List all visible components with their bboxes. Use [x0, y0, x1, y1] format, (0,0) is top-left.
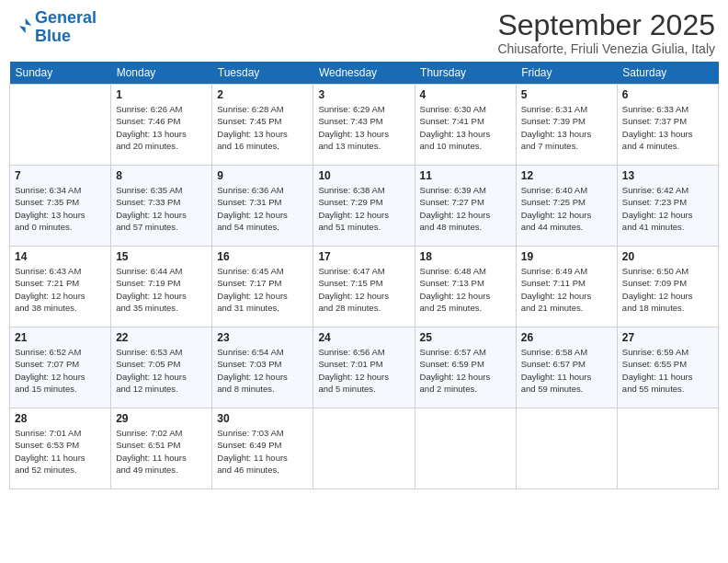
title-block: September 2025 Chiusaforte, Friuli Venez…: [497, 9, 715, 56]
day-info: Sunrise: 7:03 AMSunset: 6:49 PMDaylight:…: [217, 427, 308, 476]
location: Chiusaforte, Friuli Venezia Giulia, Ital…: [497, 41, 715, 56]
calendar-cell: 11Sunrise: 6:39 AMSunset: 7:27 PMDayligh…: [415, 166, 516, 247]
day-info: Sunrise: 6:42 AMSunset: 7:23 PMDaylight:…: [622, 184, 713, 233]
weekday-header-monday: Monday: [111, 62, 212, 85]
day-number: 7: [15, 169, 106, 182]
calendar-week-2: 7Sunrise: 6:34 AMSunset: 7:35 PMDaylight…: [10, 166, 719, 247]
day-info: Sunrise: 7:02 AMSunset: 6:51 PMDaylight:…: [116, 427, 207, 476]
calendar-cell: 21Sunrise: 6:52 AMSunset: 7:07 PMDayligh…: [10, 327, 111, 408]
day-info: Sunrise: 6:38 AMSunset: 7:29 PMDaylight:…: [318, 184, 409, 233]
day-info: Sunrise: 6:56 AMSunset: 7:01 PMDaylight:…: [318, 346, 409, 395]
day-info: Sunrise: 6:28 AMSunset: 7:45 PMDaylight:…: [217, 103, 308, 152]
day-info: Sunrise: 6:45 AMSunset: 7:17 PMDaylight:…: [217, 265, 308, 314]
calendar-cell: [617, 408, 718, 489]
calendar-cell: [313, 408, 415, 489]
day-number: 10: [318, 169, 409, 182]
calendar-cell: 23Sunrise: 6:54 AMSunset: 7:03 PMDayligh…: [212, 327, 313, 408]
day-number: 5: [521, 88, 612, 101]
calendar-cell: [516, 408, 617, 489]
day-number: 26: [521, 331, 612, 344]
day-info: Sunrise: 6:35 AMSunset: 7:33 PMDaylight:…: [116, 184, 207, 233]
svg-marker-0: [19, 17, 31, 33]
calendar-week-4: 21Sunrise: 6:52 AMSunset: 7:07 PMDayligh…: [10, 327, 719, 408]
weekday-header-friday: Friday: [516, 62, 617, 85]
day-number: 27: [622, 331, 713, 344]
day-info: Sunrise: 6:52 AMSunset: 7:07 PMDaylight:…: [15, 346, 106, 395]
logo-icon: [15, 17, 33, 35]
calendar-cell: 5Sunrise: 6:31 AMSunset: 7:39 PMDaylight…: [516, 85, 617, 166]
calendar-cell: 4Sunrise: 6:30 AMSunset: 7:41 PMDaylight…: [415, 85, 516, 166]
day-number: 29: [116, 412, 207, 425]
logo: GeneralBlue: [13, 9, 97, 46]
day-number: 21: [15, 331, 106, 344]
day-number: 15: [116, 250, 207, 263]
calendar-cell: 1Sunrise: 6:26 AMSunset: 7:46 PMDaylight…: [111, 85, 212, 166]
calendar-week-1: 1Sunrise: 6:26 AMSunset: 7:46 PMDaylight…: [10, 85, 719, 166]
day-number: 19: [521, 250, 612, 263]
day-info: Sunrise: 6:59 AMSunset: 6:55 PMDaylight:…: [622, 346, 713, 395]
calendar-cell: 17Sunrise: 6:47 AMSunset: 7:15 PMDayligh…: [313, 247, 415, 327]
calendar-table: SundayMondayTuesdayWednesdayThursdayFrid…: [9, 62, 719, 489]
day-number: 8: [116, 169, 207, 182]
day-number: 13: [622, 169, 713, 182]
calendar-cell: 20Sunrise: 6:50 AMSunset: 7:09 PMDayligh…: [617, 247, 718, 327]
calendar-cell: 29Sunrise: 7:02 AMSunset: 6:51 PMDayligh…: [111, 408, 212, 489]
day-number: 3: [318, 88, 409, 101]
day-number: 4: [420, 88, 511, 101]
day-info: Sunrise: 6:47 AMSunset: 7:15 PMDaylight:…: [318, 265, 409, 314]
day-info: Sunrise: 6:39 AMSunset: 7:27 PMDaylight:…: [420, 184, 511, 233]
page-header: GeneralBlue September 2025 Chiusaforte, …: [9, 9, 719, 56]
day-number: 14: [15, 250, 106, 263]
calendar-cell: 13Sunrise: 6:42 AMSunset: 7:23 PMDayligh…: [617, 166, 718, 247]
calendar-cell: 27Sunrise: 6:59 AMSunset: 6:55 PMDayligh…: [617, 327, 718, 408]
day-number: 24: [318, 331, 409, 344]
day-info: Sunrise: 6:50 AMSunset: 7:09 PMDaylight:…: [622, 265, 713, 314]
day-number: 9: [217, 169, 308, 182]
day-info: Sunrise: 6:31 AMSunset: 7:39 PMDaylight:…: [521, 103, 612, 152]
month-title: September 2025: [497, 9, 715, 41]
calendar-cell: 6Sunrise: 6:33 AMSunset: 7:37 PMDaylight…: [617, 85, 718, 166]
calendar-cell: 24Sunrise: 6:56 AMSunset: 7:01 PMDayligh…: [313, 327, 415, 408]
day-number: 23: [217, 331, 308, 344]
calendar-cell: 2Sunrise: 6:28 AMSunset: 7:45 PMDaylight…: [212, 85, 313, 166]
calendar-cell: 16Sunrise: 6:45 AMSunset: 7:17 PMDayligh…: [212, 247, 313, 327]
weekday-header-tuesday: Tuesday: [212, 62, 313, 85]
day-info: Sunrise: 6:33 AMSunset: 7:37 PMDaylight:…: [622, 103, 713, 152]
day-number: 11: [420, 169, 511, 182]
day-info: Sunrise: 6:49 AMSunset: 7:11 PMDaylight:…: [521, 265, 612, 314]
day-info: Sunrise: 6:54 AMSunset: 7:03 PMDaylight:…: [217, 346, 308, 395]
logo-text: GeneralBlue: [35, 9, 97, 46]
weekday-header-sunday: Sunday: [10, 62, 111, 85]
day-info: Sunrise: 6:34 AMSunset: 7:35 PMDaylight:…: [15, 184, 106, 233]
day-number: 16: [217, 250, 308, 263]
calendar-cell: 25Sunrise: 6:57 AMSunset: 6:59 PMDayligh…: [415, 327, 516, 408]
day-info: Sunrise: 6:26 AMSunset: 7:46 PMDaylight:…: [116, 103, 207, 152]
day-info: Sunrise: 6:48 AMSunset: 7:13 PMDaylight:…: [420, 265, 511, 314]
day-info: Sunrise: 6:40 AMSunset: 7:25 PMDaylight:…: [521, 184, 612, 233]
day-number: 25: [420, 331, 511, 344]
day-number: 12: [521, 169, 612, 182]
calendar-week-3: 14Sunrise: 6:43 AMSunset: 7:21 PMDayligh…: [10, 247, 719, 327]
calendar-cell: 14Sunrise: 6:43 AMSunset: 7:21 PMDayligh…: [10, 247, 111, 327]
day-info: Sunrise: 6:43 AMSunset: 7:21 PMDaylight:…: [15, 265, 106, 314]
day-info: Sunrise: 6:57 AMSunset: 6:59 PMDaylight:…: [420, 346, 511, 395]
calendar-cell: 19Sunrise: 6:49 AMSunset: 7:11 PMDayligh…: [516, 247, 617, 327]
day-number: 18: [420, 250, 511, 263]
day-info: Sunrise: 6:58 AMSunset: 6:57 PMDaylight:…: [521, 346, 612, 395]
calendar-cell: 30Sunrise: 7:03 AMSunset: 6:49 PMDayligh…: [212, 408, 313, 489]
day-info: Sunrise: 6:53 AMSunset: 7:05 PMDaylight:…: [116, 346, 207, 395]
day-number: 6: [622, 88, 713, 101]
day-info: Sunrise: 7:01 AMSunset: 6:53 PMDaylight:…: [15, 427, 106, 476]
calendar-week-5: 28Sunrise: 7:01 AMSunset: 6:53 PMDayligh…: [10, 408, 719, 489]
calendar-cell: 26Sunrise: 6:58 AMSunset: 6:57 PMDayligh…: [516, 327, 617, 408]
calendar-cell: 18Sunrise: 6:48 AMSunset: 7:13 PMDayligh…: [415, 247, 516, 327]
calendar-cell: [415, 408, 516, 489]
calendar-cell: 15Sunrise: 6:44 AMSunset: 7:19 PMDayligh…: [111, 247, 212, 327]
calendar-cell: 10Sunrise: 6:38 AMSunset: 7:29 PMDayligh…: [313, 166, 415, 247]
calendar-cell: [10, 85, 111, 166]
day-number: 20: [622, 250, 713, 263]
day-number: 22: [116, 331, 207, 344]
calendar-cell: 3Sunrise: 6:29 AMSunset: 7:43 PMDaylight…: [313, 85, 415, 166]
day-number: 30: [217, 412, 308, 425]
day-number: 17: [318, 250, 409, 263]
